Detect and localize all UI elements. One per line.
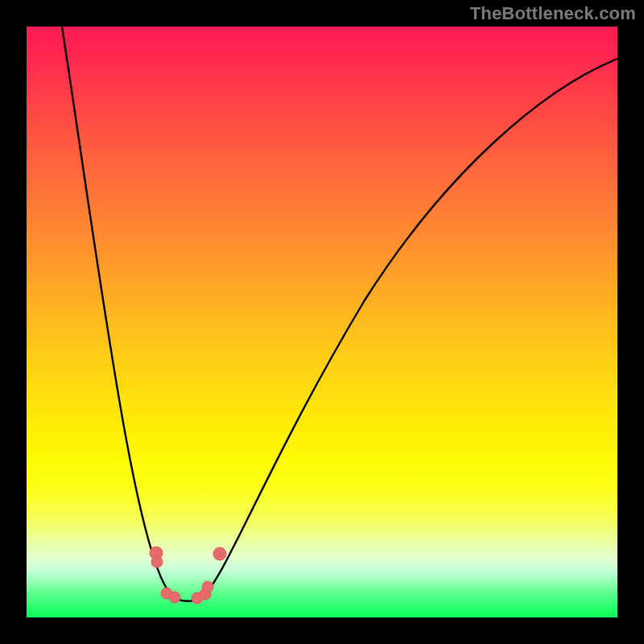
marker-group <box>150 547 226 604</box>
plot-area <box>27 27 617 617</box>
data-marker <box>151 556 163 568</box>
data-marker <box>202 581 213 592</box>
chart-svg <box>27 27 617 617</box>
watermark-text: TheBottleneck.com <box>470 3 636 24</box>
bottleneck-curve <box>62 27 617 601</box>
data-marker <box>213 547 226 560</box>
chart-frame: TheBottleneck.com <box>0 0 644 644</box>
data-marker <box>169 592 180 603</box>
